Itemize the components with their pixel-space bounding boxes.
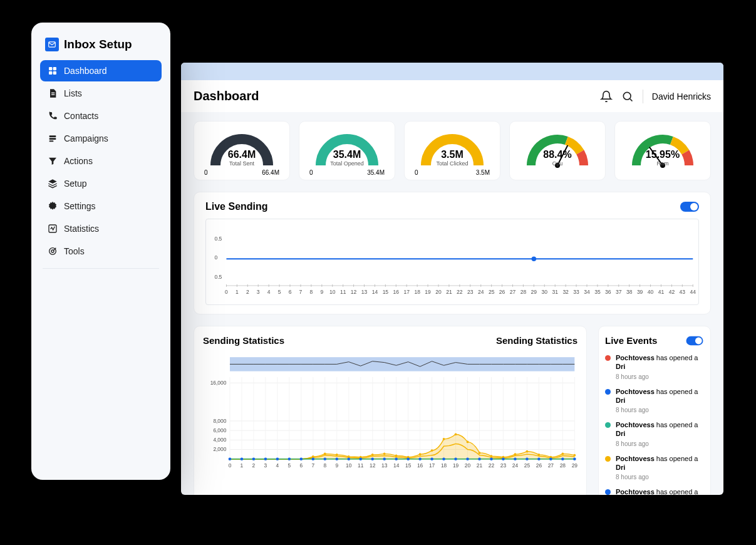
svg-point-161 bbox=[455, 433, 457, 435]
layers-icon bbox=[48, 133, 58, 143]
svg-rect-241 bbox=[49, 138, 56, 140]
gauge-label: Ram bbox=[625, 160, 700, 167]
live-event-item[interactable]: Pochtovess has opened a Dri 8 hours ago bbox=[605, 420, 704, 448]
svg-text:5: 5 bbox=[278, 289, 281, 295]
sidebar-item-campaigns[interactable]: Campaigns bbox=[40, 128, 162, 149]
bell-icon[interactable] bbox=[600, 90, 613, 103]
live-sending-toggle[interactable] bbox=[680, 202, 699, 212]
svg-text:17: 17 bbox=[403, 289, 410, 295]
svg-text:29: 29 bbox=[572, 462, 577, 469]
live-event-item[interactable]: Pochtovess has opened a Dri 8 hours ago bbox=[605, 454, 704, 482]
svg-text:0: 0 bbox=[225, 289, 228, 295]
svg-rect-240 bbox=[49, 135, 56, 137]
gear-icon bbox=[48, 201, 58, 211]
event-dot-icon bbox=[605, 422, 611, 428]
svg-point-183 bbox=[347, 457, 350, 460]
sidebar-item-statistics[interactable]: Statistics bbox=[40, 218, 162, 239]
svg-point-182 bbox=[335, 457, 338, 460]
sidebar-item-setup[interactable]: Setup bbox=[40, 173, 162, 194]
event-time: 8 hours ago bbox=[616, 406, 704, 414]
user-name[interactable]: David Henricks bbox=[652, 91, 711, 101]
svg-text:3: 3 bbox=[264, 462, 267, 469]
svg-text:0: 0 bbox=[229, 462, 232, 469]
svg-text:40: 40 bbox=[648, 289, 654, 295]
svg-text:0.5: 0.5 bbox=[214, 236, 222, 242]
sidebar-item-dashboard[interactable]: Dashboard bbox=[40, 60, 162, 81]
sidebar-item-label: Tools bbox=[64, 246, 85, 256]
svg-text:6,000: 6,000 bbox=[213, 427, 226, 433]
svg-text:12: 12 bbox=[351, 289, 357, 295]
activity-icon bbox=[48, 224, 58, 234]
event-dot-icon bbox=[605, 389, 611, 395]
svg-text:44: 44 bbox=[690, 289, 696, 295]
svg-point-196 bbox=[502, 457, 505, 460]
svg-text:18: 18 bbox=[441, 462, 447, 469]
svg-text:19: 19 bbox=[453, 462, 459, 469]
svg-text:2: 2 bbox=[246, 289, 249, 295]
sending-statistics-chart: 16,0008,0006,0004,0002,00001234567891011… bbox=[203, 350, 577, 475]
svg-point-187 bbox=[395, 457, 398, 460]
svg-text:33: 33 bbox=[573, 289, 579, 295]
stack-icon bbox=[48, 179, 58, 189]
svg-point-185 bbox=[371, 457, 374, 460]
sidebar-item-settings[interactable]: Settings bbox=[40, 195, 162, 217]
live-event-item[interactable]: Pochtovess has opened a Dri 8 hours ago bbox=[605, 387, 704, 415]
svg-point-166 bbox=[514, 453, 517, 455]
target-icon bbox=[48, 246, 58, 256]
live-events-toggle[interactable] bbox=[686, 336, 703, 345]
svg-point-155 bbox=[383, 453, 386, 455]
svg-text:10: 10 bbox=[329, 289, 336, 295]
svg-text:4: 4 bbox=[267, 289, 271, 295]
svg-text:39: 39 bbox=[637, 289, 643, 295]
svg-point-174 bbox=[241, 457, 244, 460]
page-title: Dashboard bbox=[194, 89, 259, 103]
svg-point-188 bbox=[406, 457, 410, 460]
svg-text:23: 23 bbox=[467, 289, 474, 295]
live-event-item[interactable]: Pochtovess has opened a Dri 8 hours ago bbox=[605, 353, 704, 381]
svg-text:23: 23 bbox=[500, 462, 507, 469]
sidebar-item-contacts[interactable]: Contacts bbox=[40, 105, 162, 127]
svg-rect-236 bbox=[49, 71, 52, 75]
brand-logo[interactable]: Inbox Setup bbox=[40, 34, 162, 60]
sidebar-item-actions[interactable]: Actions bbox=[40, 150, 162, 172]
svg-text:36: 36 bbox=[605, 289, 611, 295]
svg-point-195 bbox=[490, 457, 493, 460]
sidebar-item-label: Settings bbox=[64, 201, 96, 211]
svg-text:21: 21 bbox=[446, 289, 452, 295]
sidebar-item-lists[interactable]: Lists bbox=[40, 83, 162, 104]
svg-point-173 bbox=[229, 457, 232, 460]
svg-text:13: 13 bbox=[381, 462, 388, 469]
tablet-frame: Dashboard David Henricks 66.4M Total Sen… bbox=[158, 49, 735, 506]
gauge-total-sent: 66.4M Total Sent 066.4M bbox=[194, 121, 290, 180]
svg-text:12: 12 bbox=[370, 462, 376, 469]
svg-text:4: 4 bbox=[276, 462, 279, 469]
svg-text:21: 21 bbox=[477, 462, 483, 469]
svg-point-178 bbox=[288, 457, 291, 460]
svg-rect-234 bbox=[49, 67, 52, 70]
sidebar-item-tools[interactable]: Tools bbox=[40, 241, 162, 262]
svg-text:3: 3 bbox=[257, 289, 260, 295]
event-text: Pochtovess has opened a Dri 8 hours ago bbox=[616, 420, 704, 448]
svg-text:8,000: 8,000 bbox=[213, 418, 226, 424]
svg-text:0: 0 bbox=[214, 254, 217, 261]
search-icon[interactable] bbox=[621, 90, 634, 103]
svg-text:8: 8 bbox=[323, 462, 326, 469]
svg-rect-239 bbox=[51, 94, 54, 95]
svg-point-9 bbox=[532, 256, 537, 261]
event-time: 8 hours ago bbox=[616, 373, 704, 381]
gauge-value: 3.5M bbox=[415, 149, 490, 160]
gauge-value: 15.95% bbox=[625, 149, 700, 160]
svg-text:25: 25 bbox=[489, 289, 495, 295]
sidebar-item-label: Setup bbox=[64, 179, 87, 189]
tab-bar bbox=[181, 63, 723, 80]
brand-name: Inbox Setup bbox=[64, 38, 132, 51]
svg-rect-237 bbox=[53, 71, 56, 75]
main-content: 66.4M Total Sent 066.4M 35.4M Total Open… bbox=[181, 112, 723, 495]
svg-point-186 bbox=[383, 457, 386, 460]
live-event-item[interactable]: Pochtovess has opened a Dri 8 hours ago bbox=[605, 487, 704, 495]
sidebar-item-label: Actions bbox=[64, 156, 93, 166]
svg-point-158 bbox=[419, 453, 422, 455]
svg-text:27: 27 bbox=[548, 462, 554, 469]
sidebar-item-label: Campaigns bbox=[64, 133, 108, 143]
svg-text:28: 28 bbox=[560, 462, 566, 469]
